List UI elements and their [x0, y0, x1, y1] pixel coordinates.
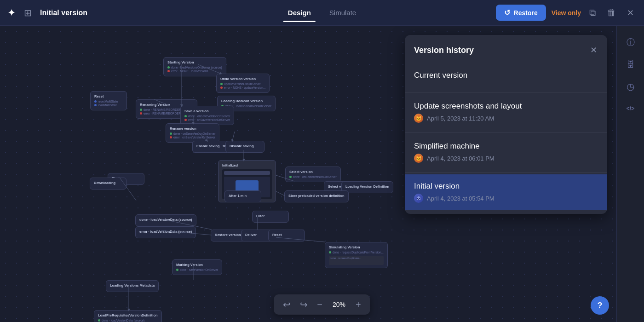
copy-button[interactable]: ⧉ [586, 6, 598, 20]
delete-icon: 🗑 [607, 7, 616, 17]
avatar-update: 🐱 [414, 114, 423, 123]
topbar: ✦ ⊞ Initial version Design Simulate ↺ Re… [0, 0, 644, 26]
logo-icon: ✦ [7, 7, 16, 19]
version-item-simplified-machine[interactable]: Simplified machine 🐱 April 4, 2023 at 06… [405, 134, 607, 170]
node-marking-version[interactable]: Marking Version done · saveVersionOnServ… [172, 259, 222, 275]
node-filter[interactable]: Filter [252, 211, 289, 223]
version-item-name-simplified: Simplified machine [414, 142, 598, 151]
node-undo-version[interactable]: Undo Version version updateVersionListOn… [216, 74, 270, 93]
svg-line-5 [232, 132, 235, 141]
tab-design[interactable]: Design [279, 5, 320, 20]
close-icon: ✕ [627, 8, 634, 17]
help-icon: ? [598, 301, 603, 310]
close-button[interactable]: ✕ [624, 6, 637, 20]
undo-button[interactable]: ↩ [279, 298, 294, 311]
info-icon: ⓘ [627, 37, 635, 48]
zoom-value: 20% [328, 301, 350, 308]
version-panel-close-button[interactable]: ✕ [589, 44, 598, 56]
topbar-center-tabs: Design Simulate [279, 5, 365, 20]
version-separator-1 [405, 92, 607, 92]
copy-icon: ⧉ [589, 7, 596, 17]
version-history-panel: Version history ✕ Current version Update… [405, 35, 607, 214]
svg-rect-18 [417, 198, 418, 199]
tab-simulate[interactable]: Simulate [320, 5, 365, 20]
zoom-out-button[interactable]: − [313, 299, 326, 311]
version-item-name-current: Current version [414, 71, 598, 80]
node-starting-version[interactable]: Starting Version done · loadVersionsOnSe… [163, 57, 226, 76]
canvas-area[interactable]: Starting Version done · loadVersionsOnSe… [0, 26, 644, 322]
svg-rect-20 [418, 199, 419, 200]
bottom-toolbar: ↩ ↪ − 20% + [274, 294, 370, 315]
view-only-label: View only [552, 9, 581, 17]
redo-icon: ↪ [300, 299, 308, 310]
page-title: Initial version [40, 9, 87, 17]
node-loadprerequisites-1[interactable]: LoadPreRequisitesVersionDefinition done … [94, 310, 162, 322]
restore-label: Restore [514, 9, 538, 17]
version-item-current[interactable]: Current version [405, 63, 607, 90]
database-button[interactable]: 🗄 [621, 55, 640, 74]
database-icon: 🗄 [627, 60, 635, 69]
node-reset-2[interactable]: Reset [268, 230, 305, 242]
code-icon: </> [627, 105, 634, 112]
version-list: Current version Update screenshots and l… [405, 63, 607, 214]
version-item-meta-update: 🐱 April 5, 2023 at 11:20 AM [414, 114, 598, 123]
zoom-out-icon: − [317, 299, 322, 310]
node-rename-version[interactable]: Rename version done · onSaveVersionOnSer… [166, 123, 219, 143]
node-load-version-data-2[interactable]: error · loadVersionData (source) [135, 226, 196, 238]
zoom-in-button[interactable]: + [352, 299, 365, 311]
undo-icon: ↩ [283, 299, 291, 310]
version-separator-3 [405, 172, 607, 172]
svg-rect-19 [419, 198, 420, 199]
version-item-meta-initial: April 4, 2023 at 05:54 PM [414, 194, 598, 203]
version-item-update-screenshots[interactable]: Update screenshots and layout 🐱 April 5,… [405, 94, 607, 130]
delete-button[interactable]: 🗑 [604, 6, 619, 20]
node-after-1-min[interactable]: After 1 min [224, 190, 261, 202]
version-separator-2 [405, 132, 607, 132]
version-item-date-initial: April 4, 2023 at 05:54 PM [427, 195, 494, 202]
version-item-name-initial: Initial version [414, 182, 598, 191]
version-item-date-simplified: April 4, 2023 at 06:01 PM [427, 155, 494, 162]
node-loading-versions-metadata[interactable]: Loading Versions Metadata [106, 280, 159, 292]
history-icon: ◷ [627, 81, 634, 92]
topbar-left: ✦ ⊞ Initial version [7, 6, 322, 20]
node-reset-1[interactable]: Reset resetMultiState loadMultiState [90, 91, 127, 110]
version-panel-header: Version history ✕ [405, 35, 607, 63]
node-store-preloaded[interactable]: Store preloaded version definition [284, 190, 349, 202]
diagram-canvas: Starting Version done · loadVersionsOnSe… [0, 26, 400, 322]
svg-line-9 [276, 191, 285, 196]
version-item-date-update: April 5, 2023 at 11:20 AM [427, 115, 494, 122]
node-select-version-1[interactable]: Select version done · onSelectVersionOnS… [285, 167, 341, 182]
avatar-initial [414, 194, 423, 203]
node-save-version[interactable]: Save a version done · onSaveVersionOnSer… [180, 106, 234, 125]
right-sidebar: ⓘ 🗄 ◷ </> [616, 26, 644, 322]
zoom-in-icon: + [356, 299, 361, 310]
avatar-simplified: 🐱 [414, 154, 423, 163]
version-item-initial[interactable]: Initial version April 4, 2023 at 05: [405, 174, 607, 210]
sidebar-toggle-button[interactable]: ⊞ [21, 6, 34, 20]
info-button[interactable]: ⓘ [621, 33, 640, 52]
node-loading-version-def[interactable]: Loading Version Definition [341, 181, 393, 193]
node-simulating-version[interactable]: Simulating Version done · requestDuplica… [325, 242, 388, 268]
version-item-name-update: Update screenshots and layout [414, 102, 598, 111]
code-button[interactable]: </> [621, 99, 640, 118]
svg-rect-17 [418, 196, 420, 198]
diagram-background: Starting Version done · loadVersionsOnSe… [0, 26, 644, 322]
redo-button[interactable]: ↪ [296, 298, 311, 311]
node-downloading[interactable]: Downloading [90, 178, 126, 190]
help-button[interactable]: ? [591, 296, 609, 315]
panel-close-icon: ✕ [590, 46, 597, 55]
version-item-meta-simplified: 🐱 April 4, 2023 at 06:01 PM [414, 154, 598, 163]
node-disable-saving[interactable]: Disable saving [225, 141, 264, 153]
history-button[interactable]: ◷ [621, 77, 640, 96]
topbar-right: ↺ Restore View only ⧉ 🗑 ✕ [322, 5, 637, 21]
restore-icon: ↺ [504, 8, 510, 17]
sidebar-toggle-icon: ⊞ [24, 8, 32, 18]
version-panel-title: Version history [414, 46, 474, 55]
restore-button[interactable]: ↺ Restore [496, 5, 546, 21]
node-load-version-data-1[interactable]: done · loadVersionData (source) [135, 214, 196, 226]
